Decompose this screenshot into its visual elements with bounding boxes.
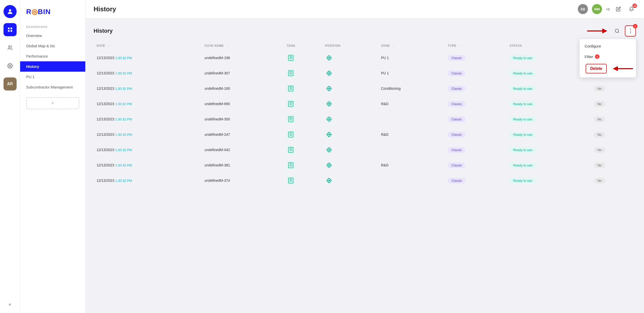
cell-date: 12/13/2023 1:30:32 PM (94, 66, 202, 81)
people-icon-btn[interactable] (4, 41, 17, 54)
configure-menu-item[interactable]: Configure (580, 41, 636, 51)
delete-arrow (613, 64, 633, 73)
cell-cuve: undefinedM-160 (202, 81, 284, 96)
sidebar-item-overview[interactable]: Overview (20, 30, 85, 41)
table-row: 12/13/2023 1:30:32 PM undefinedM-350 Cla… (94, 112, 636, 127)
edit-icon-btn[interactable] (614, 5, 623, 14)
topbar-right: EB MM +1 23 (578, 4, 636, 14)
kebab-menu-button[interactable]: ⋮ 1 (625, 25, 636, 36)
cell-position (322, 50, 378, 66)
sidebar: R◎BIN DASHBOARD Overview Global Map & li… (20, 0, 86, 313)
svg-rect-53 (288, 117, 293, 122)
cell-cuve: undefinedM-196 (202, 50, 284, 66)
delete-menu-item[interactable]: Delete (586, 64, 607, 73)
delete-row: Delete (580, 62, 636, 75)
page-header: History ⋮ 1 (94, 25, 636, 36)
settings-icon-btn[interactable] (4, 59, 17, 72)
collapse-btn[interactable]: « (4, 300, 17, 308)
cell-status: Ready to use (506, 66, 591, 81)
svg-rect-43 (288, 101, 293, 107)
svg-point-68 (329, 134, 330, 135)
sidebar-item-performance[interactable]: Performance (20, 51, 85, 61)
history-table: DATE ↑↓ CUVE NAME ↑↓ TANK POSITION ZONE … (94, 41, 636, 188)
cell-position (322, 142, 378, 158)
cell-d: No (591, 96, 636, 112)
cell-position (322, 81, 378, 96)
table-row: 12/13/2023 1:30:32 PM undefinedM-690 R&D… (94, 96, 636, 112)
svg-rect-93 (288, 178, 293, 183)
search-button[interactable] (612, 26, 622, 36)
cell-zone: PU 1 (378, 50, 445, 66)
cell-status: Ready to use (506, 142, 591, 158)
svg-point-38 (329, 88, 330, 89)
svg-rect-2 (10, 28, 12, 29)
cell-zone: PU 1 (378, 66, 445, 81)
cell-type: Classic (445, 96, 506, 112)
cell-type: Classic (445, 81, 506, 96)
table-header: DATE ↑↓ CUVE NAME ↑↓ TANK POSITION ZONE … (94, 41, 636, 50)
col-date[interactable]: DATE ↑↓ (94, 41, 202, 50)
cell-date: 12/13/2023 1:30:32 PM (94, 81, 202, 96)
cell-tank (284, 127, 322, 142)
kebab-badge: 1 (633, 24, 637, 28)
cell-cuve: undefinedM-690 (202, 96, 284, 112)
cell-type: Classic (445, 173, 506, 188)
cell-date: 12/13/2023 1:30:32 PM (94, 127, 202, 142)
cell-date: 12/13/2023 1:30:32 PM (94, 112, 202, 127)
col-zone[interactable]: ZONE ↑↓ (378, 41, 445, 50)
cell-type: Classic (445, 112, 506, 127)
sidebar-item-pu1[interactable]: PU 1 (20, 72, 85, 82)
cell-zone: Conditioning (378, 81, 445, 96)
logo: R◎BIN (20, 5, 85, 23)
table-row: 12/13/2023 1:30:32 PM undefinedM-381 R&D… (94, 158, 636, 173)
cell-status: Ready to use (506, 127, 591, 142)
cell-d: No (591, 173, 636, 188)
cell-zone: R&D (378, 96, 445, 112)
filter-menu-item[interactable]: Filter 1 (580, 51, 636, 62)
svg-rect-4 (10, 30, 12, 32)
col-cuve-name[interactable]: CUVE NAME ↑↓ (202, 41, 284, 50)
cell-cuve: undefinedM-350 (202, 112, 284, 127)
sidebar-item-subcontractor[interactable]: Subcontractor Management (20, 82, 85, 92)
cell-position (322, 173, 378, 188)
svg-point-9 (615, 29, 619, 32)
arrow-annotation (587, 26, 607, 35)
cell-date: 12/13/2023 1:30:32 PM (94, 142, 202, 158)
svg-point-28 (329, 73, 330, 74)
cell-type: Classic (445, 66, 506, 81)
add-button[interactable]: + (26, 97, 79, 109)
cell-status: Ready to use (506, 158, 591, 173)
svg-point-58 (329, 119, 330, 120)
sidebar-item-history[interactable]: History (20, 61, 85, 72)
avatar-mm[interactable]: MM (592, 4, 602, 14)
cell-tank (284, 173, 322, 188)
cell-date: 12/13/2023 1:30:32 PM (94, 173, 202, 188)
col-position: POSITION (322, 41, 378, 50)
svg-rect-73 (288, 147, 293, 153)
cell-cuve: undefinedM-247 (202, 127, 284, 142)
cell-d: No (591, 81, 636, 96)
page-body: History ⋮ 1 (86, 18, 644, 313)
table-row: 12/13/2023 1:30:32 PM undefinedM-307 PU … (94, 66, 636, 81)
avatar-eb[interactable]: EB (578, 4, 588, 14)
svg-point-0 (9, 9, 11, 12)
cell-zone (378, 112, 445, 127)
cell-d: No (591, 127, 636, 142)
ar-btn[interactable]: AR (4, 77, 17, 91)
col-type[interactable]: TYPE ↑↓ (445, 41, 506, 50)
dashboard-icon-btn[interactable] (4, 23, 17, 36)
sidebar-item-global-map[interactable]: Global Map & list (20, 41, 85, 51)
cell-status: Ready to use (506, 81, 591, 96)
cell-date: 12/13/2023 1:30:32 PM (94, 50, 202, 66)
cell-cuve: undefinedM-307 (202, 66, 284, 81)
svg-point-48 (329, 103, 330, 104)
cell-tank (284, 66, 322, 81)
table-row: 12/13/2023 1:30:32 PM undefinedM-196 PU … (94, 50, 636, 66)
svg-marker-12 (613, 66, 618, 71)
user-avatar[interactable] (4, 5, 17, 18)
table-row: 12/13/2023 1:30:32 PM undefinedM-160 Con… (94, 81, 636, 96)
svg-rect-23 (288, 71, 293, 76)
notification-icon-btn[interactable]: 23 (627, 5, 636, 14)
cell-status: Ready to use (506, 173, 591, 188)
cell-date: 12/13/2023 1:30:32 PM (94, 158, 202, 173)
